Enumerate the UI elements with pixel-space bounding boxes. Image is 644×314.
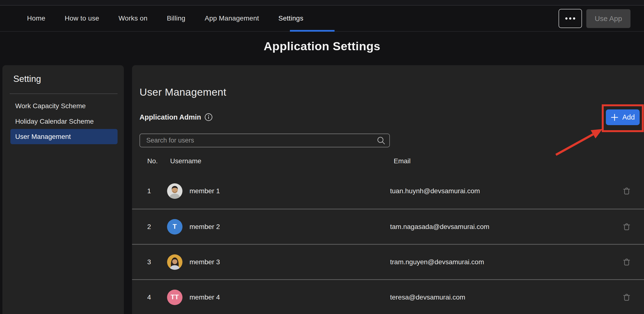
- delete-icon[interactable]: [622, 292, 632, 302]
- page-title: Application Settings: [0, 39, 644, 53]
- nav-tab-home[interactable]: Home: [27, 15, 46, 22]
- table-row: 2 T member 2 tam.nagasada@devsamurai.com: [132, 209, 644, 244]
- table-row: 3 member 3 tram.nguyen@devsamurai.com: [132, 244, 644, 279]
- top-navigation-bar: Home How to use Works on Billing App Man…: [0, 6, 644, 32]
- delete-icon[interactable]: [622, 186, 632, 196]
- avatar: [167, 254, 182, 270]
- application-admin-label: Application Admin: [140, 113, 201, 121]
- username: member 3: [190, 245, 220, 279]
- delete-icon[interactable]: [622, 222, 632, 232]
- table-row: 1 member 1 tuan.huynh@devsamurai.com: [132, 173, 644, 209]
- add-button[interactable]: Add: [606, 109, 640, 125]
- username: member 4: [190, 280, 220, 314]
- window-top-strip: [0, 0, 644, 6]
- username: member 2: [190, 209, 220, 244]
- panel-heading: User Management: [140, 86, 226, 98]
- settings-sidebar: Setting Work Capacity Scheme Holiday Cal…: [2, 65, 124, 314]
- nav-actions: Use App: [558, 9, 630, 28]
- sidebar-divider: [10, 94, 118, 94]
- sidebar-item-holiday-calendar-scheme[interactable]: Holiday Calendar Scheme: [15, 114, 94, 129]
- search-box: [140, 134, 390, 147]
- row-number: 3: [147, 245, 151, 279]
- column-header-email: Email: [394, 155, 410, 168]
- row-number: 4: [147, 280, 151, 314]
- table-header: No. Username Email: [132, 155, 644, 168]
- row-number: 2: [147, 209, 151, 244]
- email: tram.nguyen@devsamurai.com: [390, 245, 484, 279]
- sidebar-item-user-management[interactable]: User Management: [10, 129, 118, 144]
- more-options-button[interactable]: [558, 9, 582, 28]
- search-input[interactable]: [140, 134, 390, 147]
- avatar: TT: [167, 289, 182, 305]
- avatar-photo-male: [167, 183, 182, 199]
- column-header-username: Username: [170, 155, 201, 168]
- avatar-initials: T: [173, 223, 177, 230]
- more-options-icon: [565, 18, 568, 20]
- delete-icon[interactable]: [622, 257, 632, 267]
- sidebar-title: Setting: [13, 74, 41, 84]
- nav-tab-works-on[interactable]: Works on: [118, 15, 148, 22]
- email: tam.nagasada@devsamurai.com: [390, 209, 489, 244]
- username: member 1: [190, 173, 220, 209]
- nav-tab-how-to-use[interactable]: How to use: [65, 15, 99, 22]
- search-icon[interactable]: [376, 136, 386, 145]
- sidebar-item-work-capacity-scheme[interactable]: Work Capacity Scheme: [15, 99, 86, 114]
- row-number: 1: [147, 173, 151, 209]
- email: teresa@devsamurai.com: [390, 280, 466, 314]
- user-management-panel: User Management Application Admin Add No…: [132, 65, 644, 314]
- application-admin-row: Application Admin: [140, 113, 213, 121]
- nav-tab-settings[interactable]: Settings: [278, 15, 304, 22]
- avatar: [167, 183, 182, 199]
- plus-icon: [611, 114, 618, 121]
- avatar: T: [167, 219, 182, 234]
- nav-tab-billing[interactable]: Billing: [167, 15, 186, 22]
- table-row: 4 TT member 4 teresa@devsamurai.com: [132, 279, 644, 314]
- nav-tab-app-management[interactable]: App Management: [205, 15, 259, 22]
- avatar-photo-female: [167, 254, 182, 270]
- active-tab-underline: [290, 30, 334, 32]
- nav-tabs: Home How to use Works on Billing App Man…: [0, 6, 644, 31]
- avatar-initials: TT: [171, 293, 179, 301]
- column-header-no: No.: [147, 155, 158, 168]
- use-app-button[interactable]: Use App: [586, 9, 630, 28]
- email: tuan.huynh@devsamurai.com: [390, 173, 480, 209]
- add-button-label: Add: [622, 113, 635, 121]
- info-icon[interactable]: [204, 113, 213, 121]
